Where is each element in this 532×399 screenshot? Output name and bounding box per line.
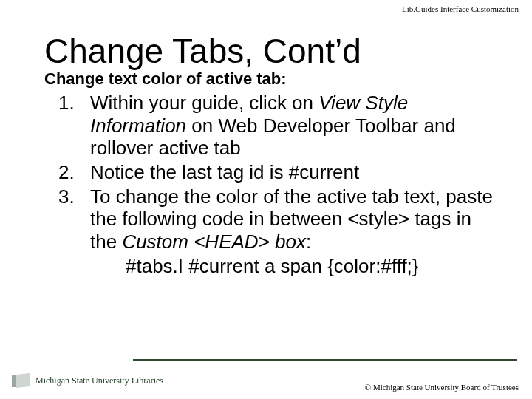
step-1-text-a: Within your guide, click on xyxy=(90,92,318,114)
footer: Michigan State University Libraries © Mi… xyxy=(0,353,532,399)
steps-list: Within your guide, click on View Style I… xyxy=(52,92,495,277)
step-2: Notice the last tag id is #current xyxy=(80,161,495,184)
footer-logo-text: Michigan State University Libraries xyxy=(35,375,163,386)
slide-body: Within your guide, click on View Style I… xyxy=(52,92,495,279)
step-3-code: #tabs.I #current a span {color:#fff;} xyxy=(90,255,495,278)
step-3: To change the color of the active tab te… xyxy=(80,185,495,278)
header-label: Lib.Guides Interface Customization xyxy=(402,4,519,13)
footer-rule xyxy=(133,359,517,361)
slide: Lib.Guides Interface Customization Chang… xyxy=(0,0,532,399)
step-3-text-c: : xyxy=(306,231,311,253)
step-1: Within your guide, click on View Style I… xyxy=(80,92,495,160)
slide-title: Change Tabs, Cont’d xyxy=(44,31,361,71)
footer-logo: Michigan State University Libraries xyxy=(12,372,163,389)
book-icon xyxy=(12,372,31,389)
footer-copyright: © Michigan State University Board of Tru… xyxy=(365,383,519,392)
step-2-text: Notice the last tag id is #current xyxy=(90,161,359,183)
step-3-emphasis: Custom <HEAD> box xyxy=(122,231,306,253)
slide-subtitle: Change text color of active tab: xyxy=(44,69,287,89)
